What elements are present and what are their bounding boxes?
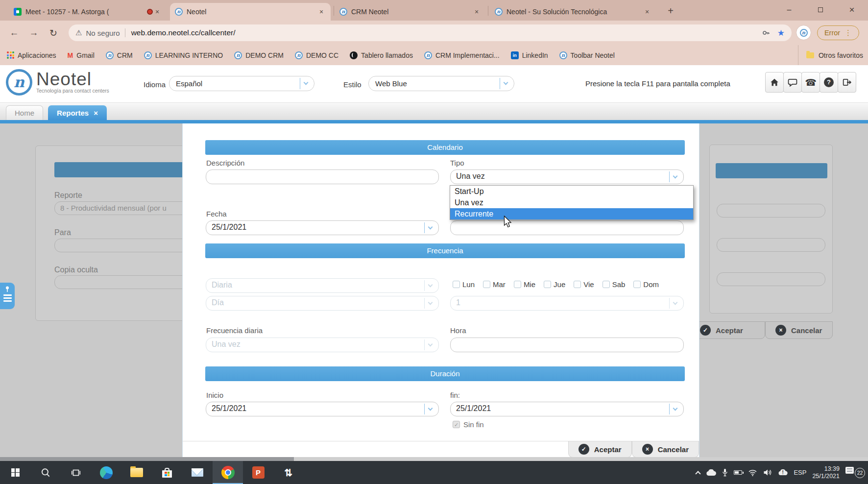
tab-close-icon[interactable]: ×	[317, 7, 326, 16]
back-icon[interactable]: ←	[6, 24, 23, 41]
tab-meet[interactable]: Meet - 10257 - M. Astorga ( ×	[9, 3, 167, 21]
day-checkbox[interactable]	[574, 281, 581, 288]
app-tab-home[interactable]: Home	[6, 105, 43, 120]
bookmark-star-icon[interactable]: ★	[777, 28, 785, 38]
bookmark-learning-interno[interactable]: n LEARNING INTERNO	[144, 51, 223, 59]
store-button[interactable]	[152, 461, 182, 484]
bookmark-linkedin[interactable]: in LinkedIn	[511, 51, 548, 59]
key-icon[interactable]	[762, 29, 771, 37]
tab-neotel[interactable]: n Neotel ×	[170, 3, 331, 21]
task-view-button[interactable]	[61, 461, 91, 484]
day-checkbox[interactable]	[514, 281, 521, 288]
home-button[interactable]	[765, 72, 784, 93]
sin-fin-checkbox[interactable]: ✓	[453, 421, 460, 428]
tipo-extra-input[interactable]	[450, 220, 684, 235]
file-explorer-button[interactable]	[121, 461, 152, 484]
bookmark-gmail[interactable]: M Gmail	[68, 51, 95, 59]
tipo-option-start-up[interactable]: Start-Up	[450, 186, 693, 197]
day-lun[interactable]: Lun	[453, 280, 475, 289]
logout-button[interactable]	[838, 72, 856, 93]
dropdown-arrow[interactable]	[424, 222, 436, 233]
bookmark-toolbar-neotel[interactable]: n Toolbar Neotel	[559, 51, 615, 59]
background-aceptar-button[interactable]: ✓ Aceptar	[690, 321, 765, 339]
edge-button[interactable]	[91, 461, 121, 484]
window-minimize-button[interactable]: –	[778, 0, 800, 20]
estilo-select[interactable]: Web Blue	[368, 76, 514, 91]
bookmark-tablero-llamados[interactable]: Tablero llamados	[350, 51, 413, 59]
day-jue[interactable]: Jue	[544, 280, 565, 289]
tray-expand-icon[interactable]	[696, 471, 701, 476]
dropdown-arrow[interactable]	[669, 404, 681, 414]
app-tab-reportes[interactable]: Reportes ×	[48, 105, 107, 120]
day-mie[interactable]: Mie	[514, 280, 535, 289]
dropdown-arrow[interactable]	[300, 78, 312, 89]
day-vie[interactable]: Vie	[574, 280, 594, 289]
hora-input[interactable]	[450, 338, 684, 352]
keyboard-language[interactable]: ESP	[794, 469, 806, 476]
aceptar-button[interactable]: ✓ Aceptar	[568, 441, 632, 457]
day-checkbox[interactable]	[603, 281, 610, 288]
sin-fin-option[interactable]: ✓ Sin fin	[453, 420, 484, 429]
powerpoint-button[interactable]: P	[243, 461, 273, 484]
url-text[interactable]: web.demo.neotel.cc/callcenter/	[131, 28, 762, 37]
browser-menu-icon[interactable]: ⋮	[844, 28, 852, 37]
bookmark-crm-implementacion[interactable]: n CRM Implementaci...	[424, 51, 500, 59]
notification-area[interactable]: 22	[845, 466, 865, 480]
phone-button[interactable]: ☎	[801, 72, 820, 93]
tipo-option-recurrente[interactable]: Recurrente	[450, 208, 693, 219]
remote-tool-button[interactable]: ⇅	[273, 461, 304, 484]
descripcion-input[interactable]	[206, 169, 439, 184]
day-dom[interactable]: Dom	[633, 280, 659, 289]
chrome-button[interactable]	[213, 461, 243, 484]
bookmark-aplicaciones[interactable]: Aplicaciones	[7, 51, 56, 59]
search-button[interactable]	[30, 461, 61, 484]
background-input[interactable]	[717, 238, 825, 252]
battery-icon[interactable]	[734, 470, 742, 475]
day-checkbox[interactable]	[483, 281, 490, 288]
forward-icon[interactable]: →	[25, 24, 42, 41]
onedrive-icon[interactable]	[706, 469, 716, 476]
tab-crm-neotel[interactable]: n CRM Neotel ×	[335, 3, 486, 21]
tipo-option-una-vez[interactable]: Una vez	[450, 197, 693, 208]
bookmark-crm[interactable]: n CRM	[106, 51, 133, 59]
tab-close-icon[interactable]: ×	[472, 7, 481, 16]
background-cancelar-button[interactable]: × Cancelar	[765, 321, 833, 339]
help-button[interactable]: ?	[820, 72, 838, 93]
sync-alert-icon[interactable]: !	[778, 469, 788, 476]
day-checkbox[interactable]	[453, 281, 460, 288]
scrollbar-thumb[interactable]	[0, 457, 294, 461]
reload-icon[interactable]: ↻	[45, 24, 62, 41]
wifi-icon[interactable]	[748, 469, 757, 476]
cancelar-button[interactable]: × Cancelar	[632, 441, 699, 457]
dropdown-arrow[interactable]	[500, 78, 511, 89]
tab-solucion[interactable]: n Neotel - Su Solución Tecnológica ×	[490, 3, 656, 21]
idioma-select[interactable]: Español	[169, 76, 314, 91]
volume-icon[interactable]	[763, 469, 772, 476]
error-button[interactable]: Error ⋮	[817, 25, 859, 40]
sidebar-pin-widget[interactable]	[0, 283, 15, 309]
fecha-select[interactable]: 25/1/2021	[206, 220, 439, 235]
window-maximize-button[interactable]	[809, 0, 832, 20]
bookmark-demo-cc[interactable]: n DEMO CC	[295, 51, 338, 59]
security-label[interactable]: No seguro	[86, 29, 120, 37]
other-bookmarks[interactable]: Otros favoritos	[798, 45, 863, 65]
new-tab-button[interactable]: +	[664, 4, 677, 18]
inicio-select[interactable]: 25/1/2021	[206, 402, 439, 416]
tipo-select[interactable]: Una vez	[450, 169, 684, 184]
day-checkbox[interactable]	[544, 281, 551, 288]
dropdown-arrow[interactable]	[424, 404, 436, 414]
horizontal-scrollbar[interactable]	[0, 457, 868, 461]
start-button[interactable]	[0, 461, 30, 484]
profile-avatar[interactable]: n	[796, 25, 811, 40]
bookmark-demo-crm[interactable]: n DEMO CRM	[234, 51, 284, 59]
tab-close-icon[interactable]: ×	[643, 7, 651, 16]
background-input[interactable]	[717, 204, 825, 218]
mail-button[interactable]	[182, 461, 213, 484]
chat-button[interactable]	[783, 72, 802, 93]
day-checkbox[interactable]	[633, 281, 641, 288]
tab-close-icon[interactable]: ×	[153, 7, 162, 16]
microphone-icon[interactable]	[722, 468, 728, 477]
day-mar[interactable]: Mar	[483, 280, 506, 289]
background-input[interactable]	[717, 272, 825, 286]
tab-close-icon[interactable]: ×	[94, 109, 98, 117]
